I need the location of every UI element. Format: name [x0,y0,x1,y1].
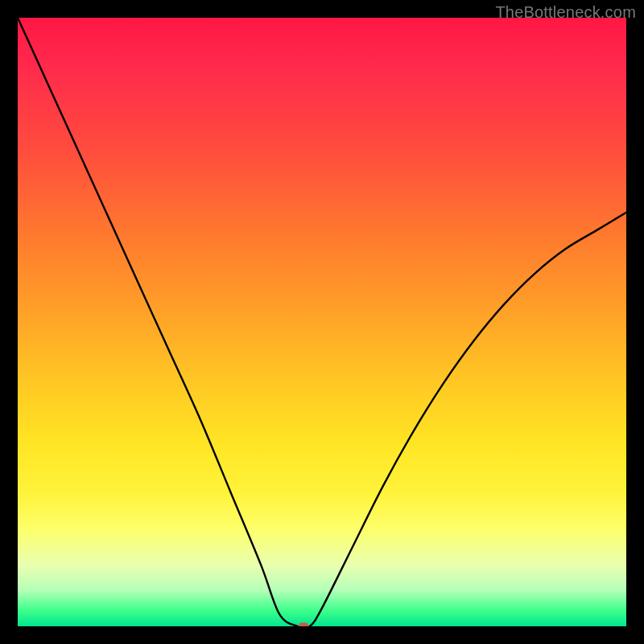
watermark-text: TheBottleneck.com [495,3,636,22]
plot-area [18,18,626,626]
chart-frame: TheBottleneck.com [0,0,644,644]
bottleneck-curve [18,18,626,626]
optimal-point-marker [299,623,308,627]
